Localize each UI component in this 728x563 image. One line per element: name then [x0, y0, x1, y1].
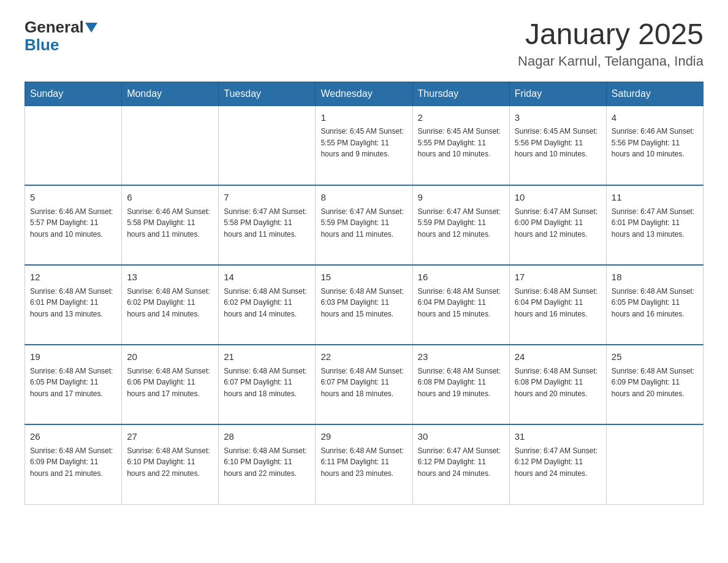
- day-info: Sunrise: 6:48 AM Sunset: 6:06 PM Dayligh…: [127, 366, 213, 400]
- day-number: 12: [30, 270, 116, 285]
- calendar-week-row: 12Sunrise: 6:48 AM Sunset: 6:01 PM Dayli…: [25, 265, 703, 345]
- calendar-cell: 24Sunrise: 6:48 AM Sunset: 6:08 PM Dayli…: [509, 345, 606, 424]
- calendar-cell: 19Sunrise: 6:48 AM Sunset: 6:05 PM Dayli…: [25, 345, 122, 424]
- calendar-cell: 5Sunrise: 6:46 AM Sunset: 5:57 PM Daylig…: [25, 185, 122, 265]
- day-info: Sunrise: 6:47 AM Sunset: 5:59 PM Dayligh…: [418, 206, 504, 240]
- day-number: 4: [612, 111, 698, 125]
- day-info: Sunrise: 6:48 AM Sunset: 6:10 PM Dayligh…: [224, 445, 310, 480]
- day-info: Sunrise: 6:48 AM Sunset: 6:08 PM Dayligh…: [515, 366, 601, 400]
- day-info: Sunrise: 6:47 AM Sunset: 6:12 PM Dayligh…: [418, 445, 504, 480]
- calendar-cell: 15Sunrise: 6:48 AM Sunset: 6:03 PM Dayli…: [316, 265, 412, 345]
- calendar-cell: 25Sunrise: 6:48 AM Sunset: 6:09 PM Dayli…: [606, 345, 703, 424]
- day-info: Sunrise: 6:48 AM Sunset: 6:03 PM Dayligh…: [320, 286, 407, 320]
- day-number: 13: [127, 270, 213, 285]
- column-header-monday: Monday: [122, 82, 219, 105]
- day-number: 14: [224, 270, 310, 285]
- day-info: Sunrise: 6:48 AM Sunset: 6:07 PM Dayligh…: [320, 366, 407, 400]
- calendar-title: January 2025: [518, 18, 703, 51]
- day-number: 24: [515, 350, 601, 364]
- day-info: Sunrise: 6:48 AM Sunset: 6:05 PM Dayligh…: [612, 286, 698, 320]
- day-info: Sunrise: 6:48 AM Sunset: 6:10 PM Dayligh…: [127, 445, 213, 480]
- calendar-cell: 31Sunrise: 6:47 AM Sunset: 6:12 PM Dayli…: [509, 424, 606, 504]
- day-number: 30: [418, 430, 504, 444]
- day-info: Sunrise: 6:48 AM Sunset: 6:09 PM Dayligh…: [612, 366, 698, 400]
- calendar-cell: 8Sunrise: 6:47 AM Sunset: 5:59 PM Daylig…: [316, 185, 412, 265]
- day-number: 3: [515, 111, 601, 125]
- day-info: Sunrise: 6:46 AM Sunset: 5:56 PM Dayligh…: [612, 126, 698, 160]
- day-info: Sunrise: 6:46 AM Sunset: 5:58 PM Dayligh…: [127, 206, 213, 240]
- calendar-cell: 16Sunrise: 6:48 AM Sunset: 6:04 PM Dayli…: [412, 265, 509, 345]
- day-number: 18: [612, 270, 698, 285]
- calendar-week-row: 1Sunrise: 6:45 AM Sunset: 5:55 PM Daylig…: [25, 105, 703, 185]
- day-info: Sunrise: 6:47 AM Sunset: 5:58 PM Dayligh…: [224, 206, 310, 240]
- calendar-week-row: 5Sunrise: 6:46 AM Sunset: 5:57 PM Daylig…: [25, 185, 703, 265]
- day-info: Sunrise: 6:45 AM Sunset: 5:55 PM Dayligh…: [418, 126, 504, 160]
- calendar-cell: 29Sunrise: 6:48 AM Sunset: 6:11 PM Dayli…: [316, 424, 412, 504]
- day-number: 15: [320, 270, 407, 285]
- day-number: 27: [127, 430, 213, 444]
- day-info: Sunrise: 6:45 AM Sunset: 5:56 PM Dayligh…: [515, 126, 601, 160]
- day-info: Sunrise: 6:45 AM Sunset: 5:55 PM Dayligh…: [320, 126, 407, 160]
- logo-text: General Blue: [25, 18, 97, 53]
- day-number: 19: [30, 350, 116, 364]
- day-info: Sunrise: 6:48 AM Sunset: 6:09 PM Dayligh…: [30, 445, 116, 480]
- day-number: 9: [418, 191, 504, 205]
- day-number: 11: [612, 191, 698, 205]
- day-info: Sunrise: 6:48 AM Sunset: 6:01 PM Dayligh…: [30, 286, 116, 320]
- calendar-cell: 7Sunrise: 6:47 AM Sunset: 5:58 PM Daylig…: [219, 185, 316, 265]
- day-info: Sunrise: 6:46 AM Sunset: 5:57 PM Dayligh…: [30, 206, 116, 240]
- calendar-cell: 21Sunrise: 6:48 AM Sunset: 6:07 PM Dayli…: [219, 345, 316, 424]
- logo-blue: Blue: [25, 36, 59, 54]
- day-number: 31: [515, 430, 601, 444]
- day-info: Sunrise: 6:47 AM Sunset: 6:12 PM Dayligh…: [515, 445, 601, 480]
- calendar-cell: 30Sunrise: 6:47 AM Sunset: 6:12 PM Dayli…: [412, 424, 509, 504]
- calendar-cell: 10Sunrise: 6:47 AM Sunset: 6:00 PM Dayli…: [509, 185, 606, 265]
- column-header-thursday: Thursday: [412, 82, 509, 105]
- calendar-cell: 28Sunrise: 6:48 AM Sunset: 6:10 PM Dayli…: [219, 424, 316, 504]
- calendar-cell: [606, 424, 703, 504]
- calendar-cell: 1Sunrise: 6:45 AM Sunset: 5:55 PM Daylig…: [316, 105, 412, 185]
- day-number: 20: [127, 350, 213, 364]
- day-info: Sunrise: 6:48 AM Sunset: 6:11 PM Dayligh…: [320, 445, 407, 480]
- day-info: Sunrise: 6:48 AM Sunset: 6:07 PM Dayligh…: [224, 366, 310, 400]
- column-header-friday: Friday: [509, 82, 606, 105]
- column-header-tuesday: Tuesday: [219, 82, 316, 105]
- calendar-header-row: SundayMondayTuesdayWednesdayThursdayFrid…: [25, 82, 703, 105]
- calendar-table: SundayMondayTuesdayWednesdayThursdayFrid…: [25, 82, 703, 505]
- column-header-wednesday: Wednesday: [316, 82, 412, 105]
- day-number: 7: [224, 191, 310, 205]
- title-block: January 2025 Nagar Karnul, Telangana, In…: [518, 18, 703, 69]
- day-number: 2: [418, 111, 504, 125]
- calendar-cell: 11Sunrise: 6:47 AM Sunset: 6:01 PM Dayli…: [606, 185, 703, 265]
- calendar-cell: 2Sunrise: 6:45 AM Sunset: 5:55 PM Daylig…: [412, 105, 509, 185]
- day-number: 21: [224, 350, 310, 364]
- day-number: 22: [320, 350, 407, 364]
- day-number: 6: [127, 191, 213, 205]
- day-number: 29: [320, 430, 407, 444]
- column-header-sunday: Sunday: [25, 82, 122, 105]
- logo-triangle-icon: [85, 23, 97, 33]
- calendar-cell: 3Sunrise: 6:45 AM Sunset: 5:56 PM Daylig…: [509, 105, 606, 185]
- logo-general: General: [25, 18, 84, 36]
- calendar-cell: [25, 105, 122, 185]
- day-info: Sunrise: 6:48 AM Sunset: 6:08 PM Dayligh…: [418, 366, 504, 400]
- day-info: Sunrise: 6:48 AM Sunset: 6:02 PM Dayligh…: [127, 286, 213, 320]
- calendar-subtitle: Nagar Karnul, Telangana, India: [518, 53, 703, 69]
- calendar-cell: 20Sunrise: 6:48 AM Sunset: 6:06 PM Dayli…: [122, 345, 219, 424]
- day-info: Sunrise: 6:48 AM Sunset: 6:04 PM Dayligh…: [515, 286, 601, 320]
- calendar-cell: 13Sunrise: 6:48 AM Sunset: 6:02 PM Dayli…: [122, 265, 219, 345]
- day-number: 1: [320, 111, 407, 125]
- day-info: Sunrise: 6:48 AM Sunset: 6:04 PM Dayligh…: [418, 286, 504, 320]
- calendar-week-row: 19Sunrise: 6:48 AM Sunset: 6:05 PM Dayli…: [25, 345, 703, 424]
- calendar-cell: 27Sunrise: 6:48 AM Sunset: 6:10 PM Dayli…: [122, 424, 219, 504]
- day-number: 23: [418, 350, 504, 364]
- calendar-week-row: 26Sunrise: 6:48 AM Sunset: 6:09 PM Dayli…: [25, 424, 703, 504]
- day-info: Sunrise: 6:48 AM Sunset: 6:02 PM Dayligh…: [224, 286, 310, 320]
- calendar-cell: [122, 105, 219, 185]
- day-number: 28: [224, 430, 310, 444]
- day-number: 17: [515, 270, 601, 285]
- day-number: 5: [30, 191, 116, 205]
- calendar-cell: 4Sunrise: 6:46 AM Sunset: 5:56 PM Daylig…: [606, 105, 703, 185]
- day-number: 8: [320, 191, 407, 205]
- logo: General Blue: [25, 18, 97, 53]
